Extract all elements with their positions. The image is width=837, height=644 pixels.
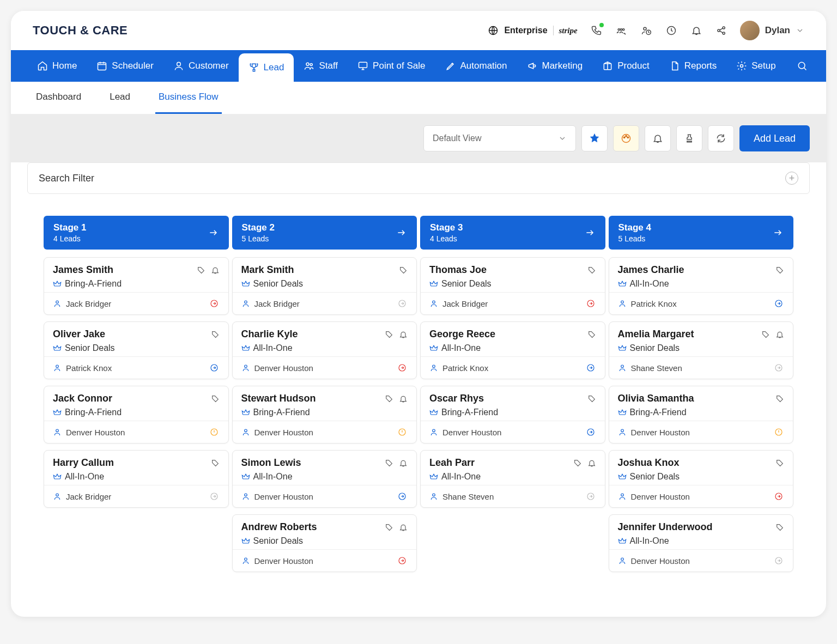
status-indicator[interactable]: [585, 491, 596, 502]
tag-icon[interactable]: [761, 330, 770, 339]
status-indicator[interactable]: [773, 555, 784, 566]
tag-icon[interactable]: [385, 330, 393, 339]
subnav-lead[interactable]: Lead: [106, 82, 134, 114]
bell-icon[interactable]: [399, 459, 408, 467]
tag-icon[interactable]: [587, 266, 596, 275]
lead-card[interactable]: Stewart Hudson Bring-A-Friend Denver Hou…: [232, 386, 417, 443]
bell-icon[interactable]: [399, 523, 408, 532]
palette-button[interactable]: [613, 125, 639, 151]
status-indicator[interactable]: [209, 298, 220, 309]
tag-icon[interactable]: [775, 394, 784, 403]
lead-card[interactable]: James Smith Bring-A-Friend Jack Bridger: [44, 257, 229, 315]
team-button[interactable]: [615, 24, 628, 37]
status-indicator[interactable]: [397, 555, 408, 566]
lead-card[interactable]: Jack Connor Bring-A-Friend Denver Housto…: [44, 386, 229, 443]
status-indicator[interactable]: [773, 298, 784, 309]
lead-card[interactable]: Oliver Jake Senior Deals Patrick Knox: [44, 321, 229, 379]
status-indicator[interactable]: [585, 427, 596, 438]
tag-icon[interactable]: [385, 459, 393, 467]
stage-header[interactable]: Stage 34 Leads: [420, 216, 605, 250]
nav-item-product[interactable]: Product: [592, 50, 659, 82]
bell-icon[interactable]: [775, 330, 784, 339]
bell-icon[interactable]: [211, 266, 220, 275]
stage-header[interactable]: Stage 25 Leads: [232, 216, 417, 250]
bell-icon[interactable]: [399, 330, 408, 339]
strategy-button[interactable]: [676, 125, 702, 151]
deal-label: Senior Deals: [65, 343, 115, 353]
tag-icon[interactable]: [775, 266, 784, 275]
view-selector[interactable]: Default View: [423, 125, 576, 151]
tag-icon[interactable]: [211, 459, 220, 467]
lead-card[interactable]: Amelia Margaret Senior Deals Shane Steve…: [609, 321, 794, 379]
nav-item-home[interactable]: Home: [27, 50, 87, 82]
tag-icon[interactable]: [385, 523, 393, 532]
nav-item-point-of-sale[interactable]: Point of Sale: [348, 50, 435, 82]
nav-item-customer[interactable]: Customer: [163, 50, 239, 82]
lead-card[interactable]: Jennifer Underwood All-In-One Denver Hou…: [609, 514, 794, 572]
lead-card[interactable]: Charlie Kyle All-In-One Denver Houston: [232, 321, 417, 379]
add-filter-button[interactable]: +: [785, 172, 798, 185]
status-indicator[interactable]: [209, 491, 220, 502]
lead-card[interactable]: Mark Smith Senior Deals Jack Bridger: [232, 257, 417, 315]
status-indicator[interactable]: [397, 427, 408, 438]
status-indicator[interactable]: [397, 362, 408, 373]
tag-icon[interactable]: [587, 330, 596, 339]
nav-search-button[interactable]: [786, 50, 818, 82]
nav-item-reports[interactable]: Reports: [659, 50, 727, 82]
nav-item-staff[interactable]: Staff: [294, 50, 348, 82]
status-indicator[interactable]: [209, 427, 220, 438]
status-indicator[interactable]: [397, 491, 408, 502]
owner-label: Patrick Knox: [442, 363, 488, 373]
status-indicator[interactable]: [585, 298, 596, 309]
tag-icon[interactable]: [573, 459, 582, 467]
subnav-business-flow[interactable]: Business Flow: [155, 82, 222, 114]
favorite-button[interactable]: [581, 125, 608, 151]
tag-icon[interactable]: [211, 394, 220, 403]
lead-card[interactable]: Olivia Samantha Bring-A-Friend Denver Ho…: [609, 386, 794, 443]
nav-item-setup[interactable]: Setup: [726, 50, 785, 82]
stage-header[interactable]: Stage 14 Leads: [44, 216, 229, 250]
nav-item-automation[interactable]: Automation: [435, 50, 517, 82]
notifications-button[interactable]: [690, 24, 703, 37]
status-indicator[interactable]: [209, 362, 220, 373]
lead-card[interactable]: Oscar Rhys Bring-A-Friend Denver Houston: [420, 386, 605, 443]
tag-icon[interactable]: [399, 266, 408, 275]
lead-card[interactable]: James Charlie All-In-One Patrick Knox: [609, 257, 794, 315]
alerts-button[interactable]: [645, 125, 671, 151]
lead-card[interactable]: George Reece All-In-One Patrick Knox: [420, 321, 605, 379]
tenant-selector[interactable]: Enterprise stripe: [488, 25, 577, 36]
tag-icon[interactable]: [775, 523, 784, 532]
arrow-right-icon: [773, 227, 784, 238]
bell-icon[interactable]: [399, 394, 408, 403]
subnav-dashboard[interactable]: Dashboard: [33, 82, 84, 114]
stage-header[interactable]: Stage 45 Leads: [609, 216, 794, 250]
lead-card[interactable]: Leah Parr All-In-One Shane Steven: [420, 450, 605, 508]
status-indicator[interactable]: [397, 298, 408, 309]
status-indicator[interactable]: [773, 491, 784, 502]
status-indicator[interactable]: [773, 427, 784, 438]
bell-icon[interactable]: [587, 459, 596, 467]
user-menu[interactable]: Dylan: [740, 21, 804, 40]
status-indicator[interactable]: [773, 362, 784, 373]
share-button[interactable]: [715, 24, 728, 37]
phone-button[interactable]: [590, 24, 603, 37]
lead-card[interactable]: Andrew Roberts Senior Deals Denver Houst…: [232, 514, 417, 572]
tag-icon[interactable]: [385, 394, 393, 403]
lead-card[interactable]: Joshua Knox Senior Deals Denver Houston: [609, 450, 794, 508]
lead-card[interactable]: Thomas Joe Senior Deals Jack Bridger: [420, 257, 605, 315]
add-lead-button[interactable]: Add Lead: [739, 125, 810, 151]
user-clock-button[interactable]: [640, 24, 653, 37]
refresh-button[interactable]: [708, 125, 734, 151]
nav-item-lead[interactable]: Lead: [239, 53, 294, 82]
tag-icon[interactable]: [775, 459, 784, 467]
nav-item-marketing[interactable]: Marketing: [517, 50, 593, 82]
lead-card[interactable]: Simon Lewis All-In-One Denver Houston: [232, 450, 417, 508]
status-indicator[interactable]: [585, 362, 596, 373]
search-filter-bar[interactable]: Search Filter +: [27, 162, 810, 194]
tag-icon[interactable]: [587, 394, 596, 403]
clock-button[interactable]: [665, 24, 678, 37]
tag-icon[interactable]: [197, 266, 205, 275]
lead-card[interactable]: Harry Callum All-In-One Jack Bridger: [44, 450, 229, 508]
tag-icon[interactable]: [211, 330, 220, 339]
nav-item-scheduler[interactable]: Scheduler: [87, 50, 163, 82]
